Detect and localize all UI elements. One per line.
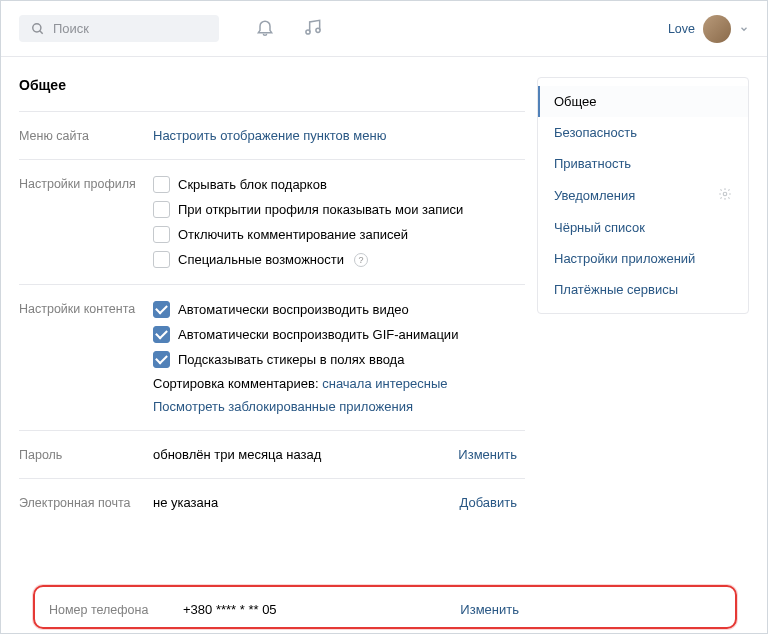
main-content: Общее Меню сайта Настроить отображение п… — [19, 77, 537, 526]
page-title: Общее — [19, 77, 525, 93]
svg-point-3 — [316, 28, 320, 32]
row-label: Меню сайта — [19, 128, 153, 143]
row-password: Пароль обновлён три месяца назад Изменит… — [19, 430, 525, 478]
sidebar-item-blacklist[interactable]: Чёрный список — [538, 212, 748, 243]
svg-point-2 — [306, 30, 310, 34]
checkbox-label: Отключить комментирование записей — [178, 227, 408, 242]
checkbox[interactable] — [153, 176, 170, 193]
sidebar-item-general[interactable]: Общее — [538, 86, 748, 117]
sort-comments: Сортировка комментариев: сначала интерес… — [153, 376, 525, 391]
checkbox-row[interactable]: Подсказывать стикеры в полях ввода — [153, 351, 525, 368]
row-content-settings: Настройки контента Автоматически воспрои… — [19, 284, 525, 430]
checkbox-row[interactable]: Скрывать блок подарков — [153, 176, 525, 193]
svg-point-4 — [723, 192, 727, 196]
checkbox-label: Скрывать блок подарков — [178, 177, 327, 192]
checkbox-label: Автоматически воспроизводить GIF-анимаци… — [178, 327, 458, 342]
checkbox[interactable] — [153, 351, 170, 368]
checkbox-label: Специальные возможности — [178, 252, 344, 267]
row-email: Электронная почта не указана Добавить — [19, 478, 525, 526]
checkbox-label: При открытии профиля показывать мои запи… — [178, 202, 463, 217]
checkbox[interactable] — [153, 326, 170, 343]
change-password-link[interactable]: Изменить — [458, 447, 525, 462]
sidebar-item-payments[interactable]: Платёжные сервисы — [538, 274, 748, 305]
row-label: Номер телефона — [49, 602, 183, 617]
row-label: Электронная почта — [19, 495, 153, 510]
checkbox-row[interactable]: Специальные возможности? — [153, 251, 525, 268]
row-profile-settings: Настройки профиля Скрывать блок подарков… — [19, 159, 525, 284]
phone-value: +380 **** * ** 05 — [183, 602, 460, 617]
add-email-link[interactable]: Добавить — [460, 495, 525, 510]
search-input[interactable]: Поиск — [19, 15, 219, 42]
checkbox-row[interactable]: При открытии профиля показывать мои запи… — [153, 201, 525, 218]
settings-sidebar: Общее Безопасность Приватность Уведомлен… — [537, 77, 749, 314]
search-placeholder: Поиск — [53, 21, 89, 36]
row-site-menu: Меню сайта Настроить отображение пунктов… — [19, 111, 525, 159]
svg-line-1 — [40, 30, 43, 33]
blocked-apps-link[interactable]: Посмотреть заблокированные приложения — [153, 399, 413, 414]
change-phone-link[interactable]: Изменить — [460, 602, 527, 617]
sidebar-item-security[interactable]: Безопасность — [538, 117, 748, 148]
bell-icon[interactable] — [255, 17, 275, 40]
music-icon[interactable] — [303, 17, 323, 40]
checkbox[interactable] — [153, 301, 170, 318]
email-value: не указана — [153, 495, 460, 510]
checkbox-row[interactable]: Отключить комментирование записей — [153, 226, 525, 243]
checkbox[interactable] — [153, 251, 170, 268]
checkbox[interactable] — [153, 201, 170, 218]
row-label: Пароль — [19, 447, 153, 462]
checkbox-label: Автоматически воспроизводить видео — [178, 302, 409, 317]
search-icon — [31, 22, 45, 36]
chevron-down-icon — [739, 24, 749, 34]
user-name: Love — [668, 22, 695, 36]
svg-point-0 — [33, 23, 41, 31]
sidebar-item-apps[interactable]: Настройки приложений — [538, 243, 748, 274]
sidebar-item-notifications[interactable]: Уведомления — [538, 179, 748, 212]
row-label: Настройки профиля — [19, 176, 153, 268]
checkbox-row[interactable]: Автоматически воспроизводить видео — [153, 301, 525, 318]
password-value: обновлён три месяца назад — [153, 447, 458, 462]
checkbox-row[interactable]: Автоматически воспроизводить GIF-анимаци… — [153, 326, 525, 343]
user-menu[interactable]: Love — [668, 15, 749, 43]
help-icon[interactable]: ? — [354, 253, 368, 267]
gear-icon[interactable] — [718, 187, 732, 204]
sort-link[interactable]: сначала интересные — [322, 376, 447, 391]
row-phone: Номер телефона +380 **** * ** 05 Изменит… — [49, 602, 527, 617]
avatar — [703, 15, 731, 43]
sidebar-item-privacy[interactable]: Приватность — [538, 148, 748, 179]
site-menu-link[interactable]: Настроить отображение пунктов меню — [153, 128, 386, 143]
header: Поиск Love — [1, 1, 767, 57]
checkbox-label: Подсказывать стикеры в полях ввода — [178, 352, 404, 367]
row-label: Настройки контента — [19, 301, 153, 414]
checkbox[interactable] — [153, 226, 170, 243]
